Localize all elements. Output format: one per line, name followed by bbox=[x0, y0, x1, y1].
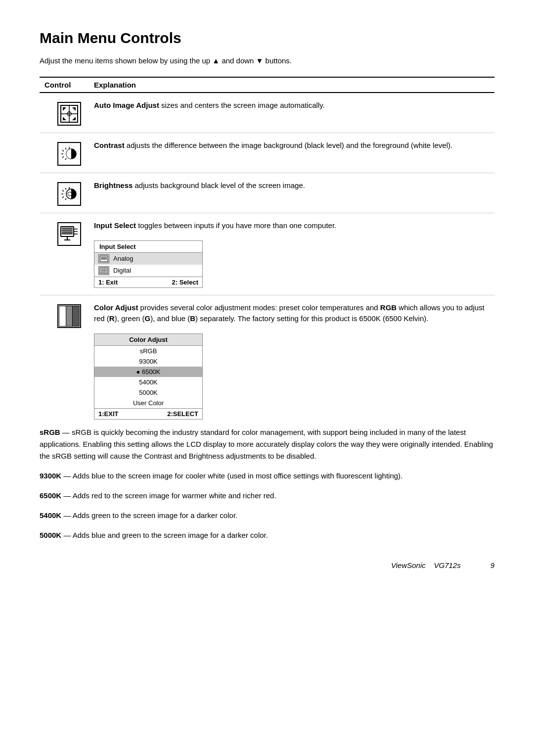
svg-marker-4 bbox=[72, 107, 76, 111]
svg-marker-5 bbox=[63, 117, 66, 120]
table-row: Brightness adjusts background black leve… bbox=[40, 173, 494, 213]
svg-marker-6 bbox=[72, 117, 76, 120]
input-select-label: 2: Select bbox=[172, 279, 198, 286]
table-row: Color Adjust provides several color adju… bbox=[40, 295, 494, 426]
5000k-paragraph: 5000K — Adds blue and green to the scree… bbox=[40, 529, 494, 541]
brightness-icon-cell bbox=[40, 180, 94, 206]
auto-image-adjust-icon-cell bbox=[40, 100, 94, 126]
col-explanation-header: Explanation bbox=[94, 81, 494, 89]
6500k-paragraph: 6500K — Adds red to the screen image for… bbox=[40, 490, 494, 502]
table-row: Contrast adjusts the difference between … bbox=[40, 133, 494, 173]
input-select-menu: Input Select Analog bbox=[94, 240, 203, 288]
col-control-header: Control bbox=[40, 81, 94, 89]
col-dark bbox=[66, 306, 73, 326]
color-adjust-menu-title: Color Adjust bbox=[94, 334, 202, 346]
table-header: Control Explanation bbox=[40, 77, 494, 93]
menu-item-digital: Digital bbox=[94, 265, 202, 277]
color-item-9300k: 9300K bbox=[94, 356, 202, 367]
color-item-user-color: User Color bbox=[94, 398, 202, 408]
svg-line-12 bbox=[65, 158, 66, 160]
contrast-icon bbox=[57, 142, 81, 166]
svg-line-16 bbox=[62, 190, 64, 191]
input-exit-label: 1: Exit bbox=[98, 279, 118, 286]
input-select-menu-title: Input Select bbox=[94, 241, 202, 253]
digital-icon bbox=[98, 266, 109, 275]
srgb-paragraph: sRGB — sRGB is quickly becoming the indu… bbox=[40, 426, 494, 462]
page-number: 9 bbox=[490, 561, 494, 569]
color-adjust-menu-footer: 1:EXIT 2:SELECT bbox=[94, 408, 202, 419]
color-adjust-menu: Color Adjust sRGB 9300K ● 6500K 5400K 50… bbox=[94, 333, 203, 420]
input-select-icon bbox=[57, 222, 81, 246]
svg-rect-24 bbox=[62, 228, 73, 235]
color-exit-label: 1:EXIT bbox=[98, 410, 118, 418]
input-select-icon-cell bbox=[40, 220, 94, 246]
color-item-5000k: 5000K bbox=[94, 387, 202, 398]
svg-line-9 bbox=[62, 150, 64, 151]
svg-line-11 bbox=[65, 148, 66, 149]
color-adjust-icon bbox=[57, 304, 81, 328]
auto-image-adjust-explanation: Auto Image Adjust sizes and centers the … bbox=[94, 100, 494, 111]
content-table: Auto Image Adjust sizes and centers the … bbox=[40, 93, 494, 426]
input-select-menu-footer: 1: Exit 2: Select bbox=[94, 277, 202, 287]
9300k-paragraph: 9300K — Adds blue to the screen image fo… bbox=[40, 470, 494, 482]
svg-rect-33 bbox=[101, 257, 107, 260]
svg-marker-3 bbox=[63, 107, 66, 111]
color-adjust-icon-cell bbox=[40, 302, 94, 328]
color-select-label: 2:SELECT bbox=[167, 410, 198, 418]
5400k-paragraph: 5400K — Adds green to the screen image f… bbox=[40, 510, 494, 521]
auto-image-adjust-icon bbox=[57, 102, 81, 126]
color-item-6500k: ● 6500K bbox=[94, 367, 202, 377]
footer-brand-model: ViewSonic VG712s bbox=[391, 561, 461, 569]
svg-line-17 bbox=[62, 196, 64, 198]
color-item-5400k: 5400K bbox=[94, 377, 202, 387]
page-title: Main Menu Controls bbox=[40, 30, 494, 47]
analog-label: Analog bbox=[113, 255, 133, 262]
model-name: VG712s bbox=[434, 561, 460, 569]
svg-line-18 bbox=[65, 188, 66, 189]
brand-name: ViewSonic bbox=[391, 561, 426, 569]
table-row: Input Select toggles between inputs if y… bbox=[40, 213, 494, 295]
digital-label: Digital bbox=[113, 267, 131, 274]
intro-text: Adjust the menu items shown below by usi… bbox=[40, 56, 494, 65]
svg-point-22 bbox=[68, 192, 72, 196]
contrast-explanation: Contrast adjusts the difference between … bbox=[94, 140, 494, 151]
brightness-explanation: Brightness adjusts background black leve… bbox=[94, 180, 494, 191]
svg-line-19 bbox=[65, 198, 66, 200]
analog-icon bbox=[98, 254, 109, 263]
color-item-srgb: sRGB bbox=[94, 346, 202, 356]
input-select-explanation: Input Select toggles between inputs if y… bbox=[94, 220, 494, 288]
brightness-icon bbox=[57, 182, 81, 206]
color-adjust-explanation: Color Adjust provides several color adju… bbox=[94, 302, 494, 420]
svg-line-10 bbox=[62, 156, 64, 158]
contrast-icon-cell bbox=[40, 140, 94, 166]
columns-icon bbox=[59, 306, 80, 327]
table-row: Auto Image Adjust sizes and centers the … bbox=[40, 93, 494, 133]
menu-item-analog: Analog bbox=[94, 253, 202, 265]
col-darker bbox=[73, 306, 79, 326]
page-footer: ViewSonic VG712s 9 bbox=[40, 561, 494, 569]
col-light bbox=[59, 306, 66, 326]
